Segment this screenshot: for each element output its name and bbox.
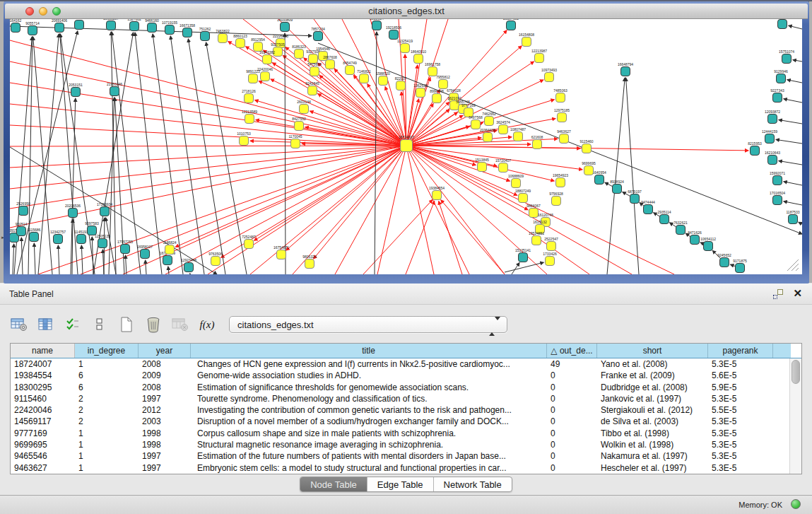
network-node-selected[interactable]: 9115460	[579, 139, 593, 153]
network-node-teal[interactable]: 9227343	[770, 88, 784, 103]
network-node-teal[interactable]: 17016504	[770, 191, 785, 205]
table-row[interactable]: 1830029562008Estimation of significance …	[11, 382, 789, 393]
network-node-teal[interactable]: 9129946	[774, 69, 788, 83]
table-settings-icon[interactable]	[10, 316, 28, 333]
cell-in_degree[interactable]: 1	[75, 358, 139, 370]
cell-pagerank[interactable]: 5.6E-5	[708, 370, 773, 381]
cell-out_de[interactable]: 0	[547, 382, 597, 393]
close-panel-icon[interactable]: ✕	[793, 287, 802, 300]
network-node-teal[interactable]: 8938924	[610, 180, 624, 194]
network-node-selected[interactable]: 8860123	[233, 34, 247, 48]
memory-ok-indicator-icon[interactable]	[791, 499, 801, 509]
cell-title[interactable]: Structural magnetic resonance image aver…	[191, 439, 547, 450]
table-row[interactable]: 911546021997Tourette syndrome. Phenomeno…	[11, 393, 789, 404]
network-node-selected[interactable]: 2718126	[242, 89, 256, 103]
delete-rows-trash-icon[interactable]	[144, 316, 163, 333]
cell-title[interactable]: Estimation of significance thresholds fo…	[191, 382, 547, 393]
cell-in_degree[interactable]: 1	[75, 450, 139, 462]
network-node-selected[interactable]: 16754871	[273, 245, 289, 259]
network-node-teal[interactable]: 8215953	[748, 141, 762, 156]
cell-out_de[interactable]: 0	[547, 450, 597, 462]
network-node-teal[interactable]: 17957255	[117, 240, 133, 254]
cell-title[interactable]: Investigating the contribution of common…	[191, 404, 547, 416]
network-node-selected[interactable]: 7463822	[216, 29, 230, 43]
column-header-pagerank[interactable]: pagerank	[708, 344, 773, 358]
network-node-teal[interactable]: 15135141	[515, 248, 531, 262]
new-table-icon[interactable]	[117, 316, 136, 333]
cell-short[interactable]: Hescheler et al. (1997)	[597, 462, 708, 474]
network-node-teal[interactable]: 1527602	[127, 19, 141, 31]
table-row[interactable]: 1938455462009Genome-wide association stu…	[11, 370, 789, 381]
cell-out_de[interactable]: 0	[547, 416, 597, 427]
cell-short[interactable]: Yano et al. (2008)	[597, 358, 708, 370]
network-node-selected[interactable]: 1733426	[543, 252, 557, 266]
network-node-teal[interactable]: 751262	[199, 27, 211, 41]
function-builder-icon[interactable]: f(x)	[198, 316, 216, 333]
cell-year[interactable]: 2003	[139, 416, 191, 427]
cell-in_degree[interactable]: 2	[75, 393, 139, 404]
network-node-selected[interactable]: 18807249	[515, 189, 531, 203]
network-node-teal[interactable]: 1154808	[775, 19, 789, 29]
tab-node-table[interactable]: Node Table	[300, 477, 367, 491]
network-node-teal[interactable]: 12505135	[95, 234, 110, 248]
table-row[interactable]: 946362711997Embryonic stem cells: a mode…	[11, 462, 789, 474]
network-node-selected[interactable]: 1362635	[413, 83, 428, 98]
network-node-teal[interactable]: 6879197	[628, 189, 642, 204]
cell-short[interactable]: Jankovic et al. (1997)	[597, 393, 708, 404]
network-node-teal[interactable]: 1640954	[592, 170, 606, 185]
canvas-resize-grip[interactable]	[787, 259, 799, 271]
cell-short[interactable]: Dudbridge et al. (2008)	[597, 382, 708, 393]
column-header-name[interactable]: name	[11, 344, 75, 358]
table-body[interactable]: 1872400712008Changes of HCN gene express…	[11, 358, 789, 474]
column-header-out_de[interactable]: △ out_de...	[547, 344, 597, 358]
cell-title[interactable]: Genome-wide association studies in ADHD.	[191, 370, 547, 381]
network-node-teal[interactable]: 10653287	[103, 19, 119, 30]
network-node-selected[interactable]: 8454749	[343, 61, 357, 75]
cell-name[interactable]: 9465546	[11, 450, 75, 462]
cell-title[interactable]: Corpus callosum shape and size in male p…	[191, 428, 547, 439]
cell-year[interactable]: 1998	[139, 439, 191, 450]
tab-network-table[interactable]: Network Table	[434, 477, 512, 491]
network-node-selected[interactable]: 7252487	[242, 235, 256, 249]
network-node-teal[interactable]: 164162	[10, 19, 22, 33]
cell-title[interactable]: Embryonic stem cells: a model to study s…	[191, 462, 547, 474]
cell-year[interactable]: 2012	[139, 404, 191, 416]
cell-pagerank[interactable]: 5.3E-5	[708, 416, 773, 427]
cell-pagerank[interactable]: 5.3E-5	[708, 358, 773, 370]
network-node-selected[interactable]: 18724007	[399, 135, 414, 152]
cell-title[interactable]: Tourette syndrome. Phenomenology and cla…	[191, 393, 547, 404]
cell-out_de[interactable]: 0	[547, 370, 597, 381]
cell-name[interactable]: 9777169	[11, 428, 75, 439]
network-node-teal[interactable]: 9055714	[25, 21, 40, 35]
network-node-selected[interactable]: 7146821	[357, 69, 371, 83]
cell-out_de[interactable]: 0	[547, 393, 597, 404]
column-header-title[interactable]: title	[191, 344, 547, 358]
network-node-teal[interactable]: 20691406	[52, 19, 67, 33]
cell-year[interactable]: 1997	[139, 393, 191, 404]
network-node-teal[interactable]: 9171875	[733, 259, 747, 273]
cell-name[interactable]: 22420046	[11, 404, 75, 416]
network-node-selected[interactable]: 10688609	[508, 174, 524, 188]
network-node-selected[interactable]: 5475685	[307, 62, 322, 76]
network-node-teal[interactable]: 2053151	[69, 83, 83, 97]
network-node-teal[interactable]: 1187533	[786, 210, 799, 224]
cell-pagerank[interactable]: 5.5E-5	[708, 404, 773, 416]
table-row[interactable]: 2242004622012Investigating the contribut…	[11, 404, 789, 416]
cell-in_degree[interactable]: 6	[75, 370, 139, 381]
network-node-selected[interactable]: 2867608	[323, 55, 337, 69]
cell-pagerank[interactable]: 5.3E-5	[708, 462, 773, 474]
network-node-selected[interactable]: 7485063	[553, 88, 567, 103]
network-node-teal[interactable]: 15992071	[770, 171, 785, 185]
cell-title[interactable]: Changes of HCN gene expression and I(f) …	[191, 358, 547, 370]
float-panel-icon[interactable]	[773, 289, 783, 299]
network-node-teal[interactable]: 15751074	[779, 49, 794, 64]
network-node-selected[interactable]: 1186824	[163, 240, 176, 255]
cell-name[interactable]: 9115460	[11, 393, 75, 404]
table-chooser-combobox[interactable]: citations_edges.txt	[229, 316, 507, 333]
cell-title[interactable]: Disruption of a novel member of a sodium…	[191, 416, 547, 427]
network-node-selected[interactable]: 9891223	[246, 69, 260, 83]
cell-title[interactable]: Estimation of the future numbers of pati…	[191, 450, 547, 462]
column-header-year[interactable]: year	[139, 344, 191, 358]
network-node-selected[interactable]: 19524851	[529, 231, 544, 245]
cell-name[interactable]: 9699695	[11, 439, 75, 450]
